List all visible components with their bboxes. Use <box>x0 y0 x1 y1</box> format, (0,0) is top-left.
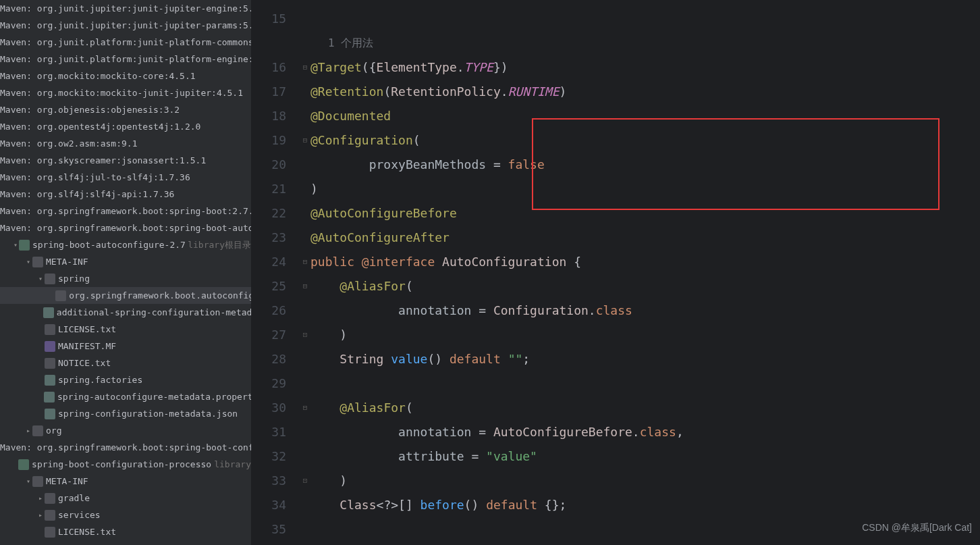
tree-item[interactable]: ▸org <box>0 422 251 439</box>
fold-marker[interactable] <box>300 347 310 371</box>
tree-item[interactable]: Maven: org.skyscreamer:jsonassert:1.5.1 <box>0 152 251 169</box>
json-icon <box>43 307 54 318</box>
tree-item[interactable]: spring-autoconfigure-metadata.properties <box>0 388 251 405</box>
tree-item[interactable]: Maven: org.springframework.boot:spring-b… <box>0 219 251 236</box>
tree-item[interactable]: Maven: org.slf4j:jul-to-slf4j:1.7.36 <box>0 169 251 186</box>
tree-item[interactable]: Maven: org.slf4j:slf4j-api:1.7.36 <box>0 186 251 203</box>
tree-item[interactable]: ▾META-INF <box>0 253 251 270</box>
fold-marker[interactable] <box>300 31 310 55</box>
tree-item[interactable]: Maven: org.junit.jupiter:junit-jupiter-e… <box>0 0 251 17</box>
chevron-icon[interactable]: ▾ <box>24 253 32 270</box>
tree-item[interactable]: ▾META-INF <box>0 473 251 490</box>
code-line[interactable]: @AliasFor( <box>310 396 684 420</box>
code-line[interactable]: @AutoConfigureBefore <box>310 201 684 226</box>
tree-item[interactable]: Maven: org.springframework.boot:spring-b… <box>0 203 251 219</box>
line-number: 22 <box>251 201 286 226</box>
code-line[interactable] <box>310 517 684 542</box>
code-line[interactable] <box>310 371 684 396</box>
fold-marker[interactable] <box>300 80 310 104</box>
line-number: 19 <box>251 128 286 153</box>
jar-icon <box>18 459 29 470</box>
fold-marker[interactable] <box>300 153 310 177</box>
code-line[interactable]: String value() default ""; <box>310 347 684 371</box>
chevron-icon[interactable]: ▸ <box>36 507 45 523</box>
tree-item-label: META-INF <box>46 253 88 270</box>
code-line[interactable] <box>310 7 684 31</box>
fold-marker[interactable] <box>300 493 310 517</box>
code-editor[interactable]: 1516171819202122232425262728293031323334… <box>251 0 980 545</box>
tree-item[interactable]: NOTICE.txt <box>0 355 251 371</box>
tree-item[interactable]: Maven: org.springframework.boot:spring-b… <box>0 439 251 456</box>
code-line[interactable]: ) <box>310 177 684 201</box>
fold-marker[interactable]: ⊟ <box>300 128 310 153</box>
fold-marker[interactable] <box>300 299 310 323</box>
code-line[interactable]: annotation = AutoConfigureBefore.class, <box>310 420 684 444</box>
line-number: 21 <box>251 177 286 201</box>
code-line[interactable]: ) <box>310 469 684 493</box>
tree-item[interactable]: ▸services <box>0 507 251 523</box>
tree-item[interactable]: Maven: org.mockito:mockito-junit-jupiter… <box>0 84 251 101</box>
code-area[interactable]: 1 个用法@Target({ElementType.TYPE})@Retenti… <box>310 0 684 545</box>
fold-marker[interactable]: ⊡ <box>300 323 310 347</box>
fold-column[interactable]: ⊟⊟⊟⊟⊡⊟⊡ <box>300 0 310 545</box>
fold-marker[interactable]: ⊟ <box>300 274 310 299</box>
code-line[interactable]: @AutoConfigureAfter <box>310 226 684 250</box>
fold-marker[interactable]: ⊟ <box>300 250 310 274</box>
tree-item[interactable]: MANIFEST.MF <box>0 338 251 355</box>
tree-item[interactable]: Maven: org.junit.platform:junit-platform… <box>0 34 251 51</box>
tree-item[interactable]: org.springframework.boot.autoconfigure.A <box>0 287 251 304</box>
code-line[interactable]: attribute = "value" <box>310 444 684 469</box>
chevron-icon[interactable]: ▸ <box>36 490 45 507</box>
tree-item[interactable]: spring.factories <box>0 371 251 388</box>
fold-marker[interactable] <box>300 201 310 226</box>
code-line[interactable]: ) <box>310 323 684 347</box>
tree-item[interactable]: Maven: org.mockito:mockito-core:4.5.1 <box>0 68 251 84</box>
folder-icon <box>32 425 43 436</box>
tree-item[interactable]: LICENSE.txt <box>0 321 251 338</box>
tree-item[interactable]: ▾spring <box>0 270 251 287</box>
fold-marker[interactable] <box>300 226 310 250</box>
chevron-icon[interactable]: ▾ <box>12 236 19 253</box>
tree-item[interactable]: spring-configuration-metadata.json <box>0 405 251 422</box>
tree-item[interactable]: ▾spring-boot-autoconfigure-2.7.2.jarlibr… <box>0 236 251 253</box>
code-line[interactable]: @Retention(RetentionPolicy.RUNTIME) <box>310 80 684 104</box>
fold-marker[interactable] <box>300 371 310 396</box>
fold-marker[interactable] <box>300 177 310 201</box>
code-line[interactable]: @Target({ElementType.TYPE}) <box>310 55 684 80</box>
code-line[interactable]: Class<?>[] before() default {}; <box>310 493 684 517</box>
line-number: 32 <box>251 444 286 469</box>
fold-marker[interactable] <box>300 517 310 542</box>
code-line[interactable]: @Documented <box>310 104 684 128</box>
fold-marker[interactable] <box>300 444 310 469</box>
tree-item-label: gradle <box>58 490 90 507</box>
project-tree-sidebar[interactable]: Maven: org.junit.jupiter:junit-jupiter-e… <box>0 0 251 545</box>
file-icon <box>45 324 55 335</box>
tree-item[interactable]: Maven: org.junit.platform:junit-platform… <box>0 51 251 68</box>
code-line[interactable]: @AliasFor( <box>310 274 684 299</box>
code-line[interactable]: @Configuration( <box>310 128 684 153</box>
code-line[interactable]: public @interface AutoConfiguration { <box>310 250 684 274</box>
fold-marker[interactable]: ⊟ <box>300 396 310 420</box>
tree-item[interactable]: Maven: org.objenesis:objenesis:3.2 <box>0 101 251 118</box>
code-line[interactable]: proxyBeanMethods = false <box>310 153 684 177</box>
chevron-icon[interactable]: ▾ <box>36 270 45 287</box>
folder-icon <box>45 510 55 521</box>
chevron-icon[interactable]: ▾ <box>24 473 32 490</box>
fold-marker[interactable] <box>300 7 310 31</box>
code-line[interactable]: annotation = Configuration.class <box>310 299 684 323</box>
tree-item[interactable]: ▸gradle <box>0 490 251 507</box>
tree-item[interactable]: Maven: org.opentest4j:opentest4j:1.2.0 <box>0 118 251 135</box>
chevron-icon[interactable]: ▸ <box>24 422 32 439</box>
tree-item[interactable]: LICENSE.txt <box>0 523 251 540</box>
fold-marker[interactable] <box>300 420 310 444</box>
usage-hint[interactable]: 1 个用法 <box>310 31 684 55</box>
folder-icon <box>45 274 55 284</box>
fold-marker[interactable]: ⊟ <box>300 55 310 80</box>
tree-item-label: services <box>58 507 101 523</box>
fold-marker[interactable]: ⊡ <box>300 469 310 493</box>
tree-item[interactable]: additional-spring-configuration-metadata… <box>0 304 251 321</box>
tree-item[interactable]: Maven: org.junit.jupiter:junit-jupiter-p… <box>0 17 251 34</box>
tree-item[interactable]: spring-boot-configuration-processor-2.7.… <box>0 456 251 473</box>
fold-marker[interactable] <box>300 104 310 128</box>
tree-item[interactable]: Maven: org.ow2.asm:asm:9.1 <box>0 135 251 152</box>
